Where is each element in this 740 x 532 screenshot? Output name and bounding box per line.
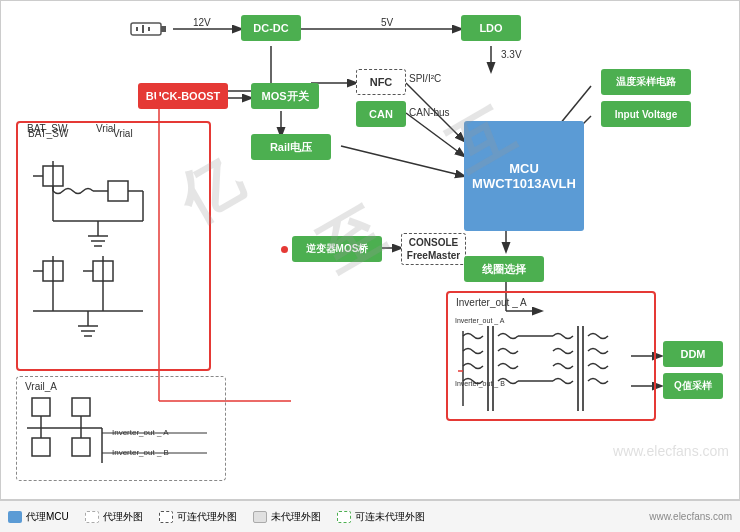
input-voltage-block: Input Voltage (601, 101, 691, 127)
console-label: CONSOLE FreeMaster (407, 236, 460, 262)
vrail-a-label: Vrail_A (25, 381, 57, 392)
svg-text:Inverter_out _ A: Inverter_out _ A (455, 317, 505, 325)
svg-rect-53 (32, 398, 50, 416)
legend-box-proxy (85, 511, 99, 523)
label-5v: 5V (381, 17, 393, 28)
legend-label-4: 未代理外图 (271, 510, 321, 524)
diagram-container: 亿 至 互 www.elecfans.com (0, 0, 740, 500)
legend-label-5: 可连未代理外图 (355, 510, 425, 524)
legend: 代理MCU 代理外图 可连代理外图 未代理外图 可连未代理外图 www.elec… (0, 500, 740, 532)
label-spi: SPI/I²C (409, 73, 441, 84)
website-watermark: www.elecfans.com (613, 443, 729, 459)
svg-rect-22 (131, 23, 161, 35)
legend-label-2: 代理外图 (103, 510, 143, 524)
svg-line-8 (406, 113, 464, 156)
vrial-label: Vrial (113, 128, 133, 139)
mos-switch-block: MOS开关 (251, 83, 319, 109)
svg-rect-57 (32, 438, 50, 456)
legend-item-5: 可连未代理外图 (337, 510, 425, 524)
ddm-block: DDM (663, 341, 723, 367)
legend-box-connectable (159, 511, 173, 523)
svg-line-10 (341, 146, 464, 176)
rail-voltage-block: Rail电压 (251, 134, 331, 160)
svg-rect-59 (72, 438, 90, 456)
legend-label-1: 代理MCU (26, 510, 69, 524)
vrail-box: Vrail_A Inverter_out _ A Inverter_out _ … (16, 376, 226, 481)
inverter-out-box: Inverter_out _ A (446, 291, 656, 421)
console-block: CONSOLE FreeMaster (401, 233, 466, 265)
can-block: CAN (356, 101, 406, 127)
legend-item-2: 代理外图 (85, 510, 143, 524)
ldo-block: LDO (461, 15, 521, 41)
battery-icon (129, 17, 169, 41)
nfc-block: NFC (356, 69, 406, 95)
label-12v: 12V (193, 17, 211, 28)
coil-select-block: 线圈选择 (464, 256, 544, 282)
inverter-mos-block: 逆变器MOS桥 (292, 236, 382, 262)
inverter-mos-area: 逆变器MOS桥 (281, 236, 382, 262)
svg-rect-55 (72, 398, 90, 416)
inverter-out-a-label2: Inverter_out _ A (456, 297, 527, 308)
mcu-label: MCU MWCT1013AVLH (472, 161, 576, 191)
inverter-out-svg: Inverter_out _ A Inverter_out _ B (453, 311, 658, 431)
legend-item-3: 可连代理外图 (159, 510, 237, 524)
red-dot-1 (156, 96, 163, 103)
bat-sw-top-label: BAT_SW (27, 123, 67, 134)
mcu-block: MCU MWCT1013AVLH (464, 121, 584, 231)
legend-box-unproxy (253, 511, 267, 523)
label-3v3: 3.3V (501, 49, 522, 60)
label-can-bus: CAN-bus (409, 107, 450, 118)
dc-dc-block: DC-DC (241, 15, 301, 41)
svg-text:Inverter_out _ B: Inverter_out _ B (455, 380, 505, 388)
left-circuit-box: BAT_SW Vrial (16, 121, 211, 371)
vrail-circuit-svg: Inverter_out _ A Inverter_out _ B (22, 393, 222, 483)
buck-boost-block: BUCK-BOOST (138, 83, 228, 109)
legend-label-3: 可连代理外图 (177, 510, 237, 524)
svg-rect-31 (108, 181, 128, 201)
vrial-top-label: Vrial (96, 123, 116, 134)
legend-box-connectable2 (337, 511, 351, 523)
legend-box-mcu (8, 511, 22, 523)
svg-rect-23 (161, 26, 166, 32)
legend-item-1: 代理MCU (8, 510, 69, 524)
legend-item-4: 未代理外图 (253, 510, 321, 524)
left-circuit-svg (23, 141, 213, 366)
website-footer: www.elecfans.com (649, 511, 732, 522)
temp-circuit-block: 温度采样电路 (601, 69, 691, 95)
red-dot-2 (281, 246, 288, 253)
q-sample-block: Q值采样 (663, 373, 723, 399)
